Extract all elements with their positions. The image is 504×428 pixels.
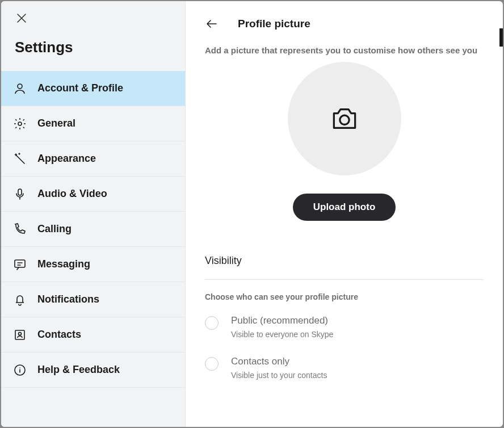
close-icon	[16, 13, 27, 23]
microphone-icon	[12, 187, 27, 202]
scrollbar-mark[interactable]	[499, 28, 503, 47]
sidebar-item-help-feedback[interactable]: Help & Feedback	[1, 353, 185, 388]
camera-icon	[329, 103, 360, 135]
svg-point-5	[19, 332, 22, 335]
radio-desc: Visible to everyone on Skype	[231, 330, 333, 339]
sidebar-item-appearance[interactable]: Appearance	[1, 141, 185, 177]
content-pane: Profile picture Add a picture that repre…	[186, 1, 503, 427]
sidebar-item-label: Notifications	[37, 293, 99, 305]
sidebar-item-label: Account & Profile	[37, 82, 123, 94]
info-icon	[12, 363, 27, 377]
visibility-section-label: Visibility	[205, 255, 484, 280]
svg-rect-2	[18, 189, 22, 195]
sidebar-item-messaging[interactable]: Messaging	[1, 247, 185, 282]
sidebar-item-label: Appearance	[37, 153, 96, 165]
sidebar-item-account-profile[interactable]: Account & Profile	[1, 71, 185, 106]
contacts-icon	[12, 328, 27, 342]
person-icon	[12, 81, 27, 96]
sidebar-header: Settings	[1, 1, 185, 62]
svg-rect-3	[15, 260, 25, 267]
page-subtitle: Add a picture that represents you to cus…	[205, 45, 484, 55]
sidebar-item-general[interactable]: General	[1, 106, 185, 141]
sidebar-item-calling[interactable]: Calling	[1, 212, 185, 247]
sidebar-item-label: Messaging	[37, 258, 90, 270]
avatar-placeholder[interactable]	[288, 62, 401, 175]
sidebar-title: Settings	[15, 39, 171, 56]
svg-point-7	[339, 115, 348, 124]
sidebar-item-notifications[interactable]: Notifications	[1, 282, 185, 317]
arrow-left-icon	[205, 17, 219, 31]
svg-point-0	[18, 84, 22, 89]
sidebar-item-label: Audio & Video	[37, 188, 107, 200]
radio-texts: Contacts only Visible just to your conta…	[231, 356, 327, 380]
sidebar: Settings Account & Profile General Appea	[1, 1, 186, 427]
page-title: Profile picture	[238, 18, 310, 30]
radio-title: Contacts only	[231, 356, 327, 367]
phone-icon	[12, 222, 27, 237]
gear-icon	[12, 116, 27, 131]
close-button[interactable]	[15, 11, 28, 25]
sidebar-item-label: Calling	[37, 223, 72, 235]
radio-desc: Visible just to your contacts	[231, 371, 327, 380]
content-header: Profile picture	[205, 17, 484, 31]
wand-icon	[12, 152, 27, 166]
sidebar-item-label: General	[37, 118, 75, 129]
svg-point-1	[18, 122, 22, 125]
avatar-section: Upload photo	[205, 62, 484, 221]
sidebar-item-contacts[interactable]: Contacts	[1, 317, 185, 353]
settings-window: Settings Account & Profile General Appea	[1, 1, 503, 427]
radio-texts: Public (recommended) Visible to everyone…	[231, 315, 333, 339]
bell-icon	[12, 292, 27, 307]
radio-icon	[205, 316, 219, 330]
upload-photo-button[interactable]: Upload photo	[293, 194, 396, 221]
visibility-option-contacts[interactable]: Contacts only Visible just to your conta…	[205, 356, 484, 380]
sidebar-item-audio-video[interactable]: Audio & Video	[1, 177, 185, 212]
radio-title: Public (recommended)	[231, 315, 333, 326]
visibility-hint: Choose who can see your profile picture	[205, 292, 484, 301]
sidebar-item-label: Contacts	[37, 329, 81, 341]
sidebar-nav: Account & Profile General Appearance Aud…	[1, 71, 185, 388]
sidebar-item-label: Help & Feedback	[37, 364, 120, 376]
radio-icon	[205, 357, 219, 371]
visibility-option-public[interactable]: Public (recommended) Visible to everyone…	[205, 315, 484, 339]
message-icon	[12, 257, 27, 272]
back-button[interactable]	[205, 17, 219, 31]
